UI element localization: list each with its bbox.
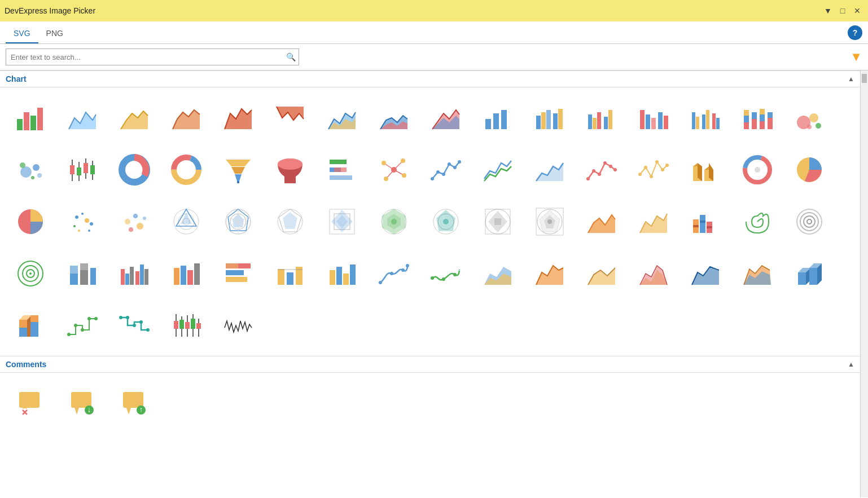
list-item[interactable] <box>733 93 782 143</box>
list-item[interactable] <box>784 249 834 298</box>
list-item[interactable] <box>58 93 107 143</box>
svg-point-103 <box>638 173 642 176</box>
list-item[interactable] <box>213 301 263 350</box>
list-item[interactable] <box>109 145 159 195</box>
svg-point-85 <box>391 167 397 173</box>
list-item[interactable] <box>473 249 523 298</box>
svg-rect-255 <box>174 321 178 329</box>
svg-rect-0 <box>17 119 23 130</box>
list-item[interactable] <box>577 93 626 143</box>
list-item[interactable] <box>733 145 782 195</box>
svg-rect-16 <box>493 113 499 129</box>
list-item[interactable] <box>213 145 263 195</box>
search-input-wrap: 🔍 <box>6 49 299 65</box>
list-item[interactable]: ↓ <box>58 378 107 428</box>
list-item[interactable] <box>161 145 211 195</box>
list-item[interactable] <box>58 145 107 195</box>
list-item[interactable] <box>109 249 159 298</box>
close-button[interactable]: ✕ <box>851 5 863 17</box>
search-button[interactable]: 🔍 <box>283 49 299 65</box>
list-item[interactable] <box>681 197 730 246</box>
list-item[interactable] <box>525 145 575 195</box>
list-item[interactable] <box>6 249 55 298</box>
list-item[interactable] <box>109 301 159 350</box>
list-item[interactable] <box>369 197 419 246</box>
list-item[interactable] <box>421 145 471 195</box>
svg-rect-186 <box>70 266 78 274</box>
svg-point-90 <box>431 177 434 180</box>
svg-rect-238 <box>30 322 38 337</box>
list-item[interactable] <box>6 378 55 428</box>
list-item[interactable] <box>161 93 211 143</box>
list-item[interactable] <box>58 249 107 298</box>
main-scroll[interactable]: Chart ▲ <box>0 70 860 497</box>
minimize-button[interactable]: ▼ <box>822 5 834 17</box>
list-item[interactable] <box>58 197 107 246</box>
list-item[interactable] <box>473 145 523 195</box>
list-item[interactable] <box>213 197 263 246</box>
list-item[interactable] <box>369 145 419 195</box>
list-item[interactable] <box>6 197 55 246</box>
list-item[interactable] <box>681 145 730 195</box>
list-item[interactable] <box>213 93 263 143</box>
list-item[interactable] <box>473 197 523 246</box>
comments-collapse-button[interactable]: ▲ <box>848 360 854 368</box>
list-item[interactable] <box>213 249 263 298</box>
restore-button[interactable]: □ <box>836 5 849 17</box>
list-item[interactable] <box>6 301 55 350</box>
tab-png[interactable]: PNG <box>38 21 71 43</box>
list-item[interactable] <box>265 93 315 143</box>
scrollbar[interactable] <box>860 70 868 497</box>
list-item[interactable] <box>681 249 730 298</box>
svg-rect-195 <box>144 269 148 285</box>
list-item[interactable] <box>629 197 678 246</box>
list-item[interactable] <box>733 249 782 298</box>
help-button[interactable]: ? <box>848 25 862 40</box>
list-item[interactable] <box>577 145 626 195</box>
list-item[interactable] <box>784 145 834 195</box>
list-item[interactable] <box>58 301 107 350</box>
list-item[interactable] <box>317 197 367 246</box>
chart-collapse-button[interactable]: ▲ <box>848 75 854 83</box>
list-item[interactable] <box>369 249 419 298</box>
list-item[interactable] <box>317 93 367 143</box>
list-item[interactable] <box>317 145 367 195</box>
list-item[interactable] <box>525 197 575 246</box>
list-item[interactable] <box>681 93 730 143</box>
list-item[interactable] <box>421 93 471 143</box>
svg-marker-147 <box>283 213 297 228</box>
svg-rect-38 <box>716 118 720 129</box>
search-input[interactable] <box>6 53 283 61</box>
tab-svg[interactable]: SVG <box>6 21 38 43</box>
list-item[interactable] <box>733 197 782 246</box>
list-item[interactable] <box>629 93 678 143</box>
list-item[interactable] <box>109 197 159 246</box>
list-item[interactable] <box>369 93 419 143</box>
list-item[interactable] <box>109 93 159 143</box>
list-item[interactable] <box>161 301 211 350</box>
list-item[interactable] <box>6 93 55 143</box>
list-item[interactable] <box>784 197 834 246</box>
list-item[interactable] <box>525 249 575 298</box>
list-item[interactable]: ↑ <box>109 378 159 428</box>
list-item[interactable] <box>525 93 575 143</box>
svg-rect-74 <box>237 181 239 183</box>
list-item[interactable] <box>577 249 626 298</box>
list-item[interactable] <box>161 249 211 298</box>
svg-rect-79 <box>330 175 352 180</box>
list-item[interactable] <box>629 145 678 195</box>
list-item[interactable] <box>265 145 315 195</box>
list-item[interactable] <box>577 197 626 246</box>
list-item[interactable] <box>161 197 211 246</box>
list-item[interactable] <box>6 145 55 195</box>
list-item[interactable] <box>317 249 367 298</box>
list-item[interactable] <box>421 197 471 246</box>
list-item[interactable] <box>629 249 678 298</box>
svg-point-249 <box>146 328 150 332</box>
list-item[interactable] <box>784 93 834 143</box>
filter-icon[interactable]: ▼ <box>850 50 862 64</box>
list-item[interactable] <box>473 93 523 143</box>
list-item[interactable] <box>421 249 471 298</box>
list-item[interactable] <box>265 249 315 298</box>
list-item[interactable] <box>265 197 315 246</box>
